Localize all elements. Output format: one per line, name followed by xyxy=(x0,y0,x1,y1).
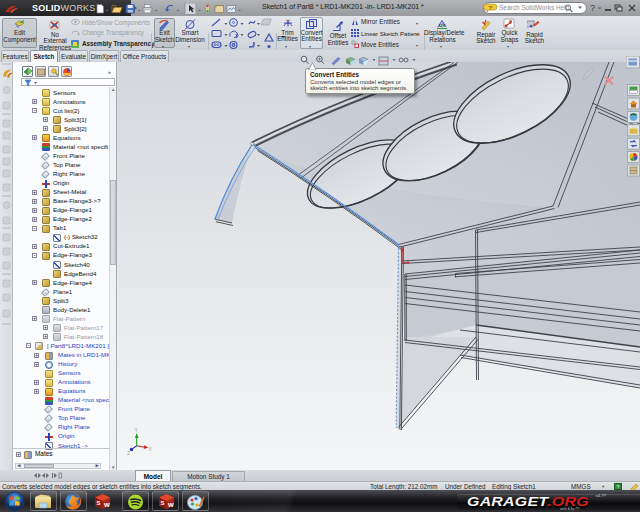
svg-text:?: ? xyxy=(590,3,595,13)
svg-text:S: S xyxy=(97,500,101,506)
svg-text:X: X xyxy=(149,447,152,452)
svg-text:W: W xyxy=(168,502,174,508)
svg-text:Z: Z xyxy=(127,451,130,456)
svg-text:W: W xyxy=(104,502,110,508)
svg-text:6: 6 xyxy=(509,19,512,25)
svg-text:S: S xyxy=(161,500,165,506)
svg-text:dx: dx xyxy=(439,21,446,27)
svg-text:Y: Y xyxy=(135,428,138,433)
svg-text:?: ? xyxy=(489,5,493,11)
